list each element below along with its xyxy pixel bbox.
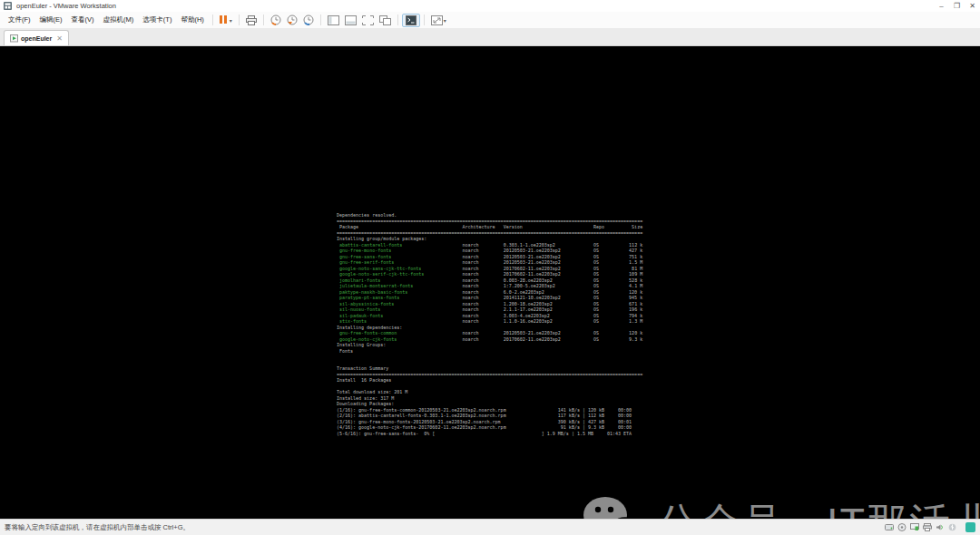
- menu-edit[interactable]: 编辑(E): [35, 12, 67, 28]
- menu-bar: 文件(F) 编辑(E) 查看(V) 虚拟机(M) 选项卡(T) 帮助(H) ▾ …: [0, 12, 980, 29]
- print-button[interactable]: [243, 15, 260, 26]
- autofit-button[interactable]: ▾: [428, 15, 449, 26]
- snapshot-revert-icon: [287, 15, 298, 25]
- tab-close-icon[interactable]: ✕: [56, 34, 63, 43]
- package-name: paratype-pt-sans-fonts: [339, 296, 399, 301]
- pause-button[interactable]: ▾: [217, 15, 235, 26]
- package-name: abattis-cantarell-fonts: [339, 242, 402, 248]
- console-view-button[interactable]: [402, 14, 420, 27]
- menu-view[interactable]: 查看(V): [67, 12, 99, 28]
- device-tray: [885, 522, 975, 532]
- package-name: paktype-naskh-basic-fonts: [339, 289, 407, 295]
- printer-tray-icon[interactable]: [923, 523, 932, 531]
- status-bar: 要将输入定向到该虚拟机，请在虚拟机内部单击或按 Ctrl+G。: [0, 519, 980, 535]
- package-name: gnu-free-mono-fonts: [339, 248, 391, 254]
- take-snapshot-button[interactable]: [268, 14, 284, 26]
- console-icon: [406, 15, 416, 25]
- toolbar-separator: [263, 15, 264, 25]
- package-name: stix-fonts: [339, 319, 367, 325]
- usb-icon[interactable]: [948, 523, 956, 531]
- bottom-panel-icon: [345, 15, 357, 25]
- toolbar-separator: [424, 15, 425, 25]
- vmware-workstation-window: { "window": { "title": "openEuler - VMwa…: [0, 0, 980, 535]
- menu-file[interactable]: 文件(F): [4, 12, 35, 28]
- snapshot-manager-button[interactable]: [300, 14, 317, 26]
- sound-icon[interactable]: [936, 523, 945, 531]
- toolbar-separator: [320, 15, 321, 25]
- package-name: sil-abyssinica-fonts: [339, 301, 394, 306]
- cd-dvd-icon[interactable]: [897, 523, 906, 531]
- fullscreen-icon: [362, 15, 374, 25]
- printer-icon: [246, 15, 257, 25]
- title-bar: openEuler - VMware Workstation – ❐ ✕: [0, 0, 980, 12]
- status-message: 要将输入定向到该虚拟机，请在虚拟机内部单击或按 Ctrl+G。: [5, 523, 190, 532]
- package-name: google-noto-serif-cjk-ttc-fonts: [339, 272, 424, 277]
- toolbar-separator: [239, 15, 240, 25]
- vmware-logo-icon: [4, 2, 12, 10]
- minimize-button[interactable]: –: [934, 0, 949, 12]
- package-name: gnu-free-sans-fonts: [339, 254, 391, 259]
- menu-tabs[interactable]: 选项卡(T): [138, 12, 176, 28]
- menu-vm[interactable]: 虚拟机(M): [99, 12, 139, 28]
- ime-badge-icon[interactable]: [965, 522, 975, 532]
- package-name: sil-nuosu-fonts: [339, 307, 380, 313]
- package-name: gnu-free-fonts-common: [339, 331, 397, 336]
- package-name: gnu-free-serif-fonts: [339, 260, 394, 266]
- menu-help[interactable]: 帮助(H): [176, 12, 208, 28]
- hard-disk-icon[interactable]: [885, 523, 894, 531]
- autofit-icon: [431, 15, 443, 25]
- toolbar-separator: [212, 15, 213, 25]
- unity-windows-icon: [379, 15, 391, 25]
- chevron-down-icon: ▾: [444, 17, 446, 24]
- terminal-output: Dependencies resolved.==================…: [337, 212, 645, 436]
- maximize-button[interactable]: ❐: [949, 0, 965, 12]
- terminal-line: (5-6/16): gnu-free-sans-fonts- 0% [ ] 1.…: [337, 431, 645, 437]
- package-name: google-noto-cjk-fonts: [339, 336, 397, 342]
- package-name: google-noto-sans-cjk-ttc-fonts: [339, 266, 421, 271]
- show-thumbnail-bar-button[interactable]: [342, 15, 359, 26]
- close-button[interactable]: ✕: [965, 0, 980, 12]
- unity-button[interactable]: [377, 15, 394, 26]
- tab-bar: openEuler ✕: [0, 28, 980, 46]
- vm-powered-on-icon: [10, 34, 18, 43]
- package-name: jomolhari-fonts: [339, 277, 380, 283]
- revert-snapshot-button[interactable]: [284, 14, 300, 26]
- window-title: openEuler - VMware Workstation: [16, 2, 116, 10]
- tab-openeuler[interactable]: openEuler ✕: [4, 30, 69, 45]
- network-adapter-icon[interactable]: [910, 523, 919, 531]
- pause-icon: [220, 15, 229, 25]
- sidebar-panel-icon: [328, 15, 339, 25]
- snapshot-clock-icon: [270, 15, 281, 25]
- package-name: sil-padauk-fonts: [339, 313, 383, 318]
- tab-label: openEuler: [21, 35, 52, 42]
- vm-screen[interactable]: Dependencies resolved.==================…: [0, 45, 980, 520]
- package-name: julietaula-montserrat-fonts: [339, 284, 413, 289]
- snapshot-manager-icon: [303, 15, 314, 25]
- chevron-down-icon: ▾: [230, 17, 232, 24]
- show-library-button[interactable]: [325, 15, 342, 26]
- toolbar-separator: [397, 15, 398, 25]
- fullscreen-button[interactable]: [359, 15, 377, 26]
